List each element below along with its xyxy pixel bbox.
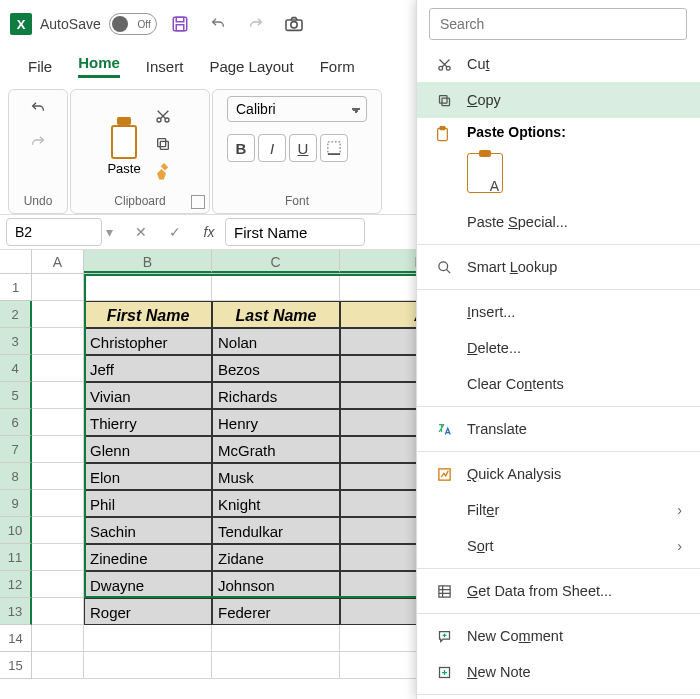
row-header[interactable]: 9 (0, 490, 32, 517)
cell[interactable]: Johnson (212, 571, 340, 598)
cell[interactable] (32, 301, 84, 328)
cell[interactable] (212, 652, 340, 679)
row-header[interactable]: 15 (0, 652, 32, 679)
ctx-paste-special[interactable]: Paste Special... (417, 204, 700, 240)
cell[interactable] (32, 625, 84, 652)
undo-icon[interactable] (203, 9, 233, 39)
italic-button[interactable]: I (258, 134, 286, 162)
ctx-cut[interactable]: Cut (417, 46, 700, 82)
fx-icon[interactable]: fx (197, 220, 221, 244)
cell[interactable]: Glenn (84, 436, 212, 463)
cell[interactable] (32, 463, 84, 490)
row-header[interactable]: 1 (0, 274, 32, 301)
cell[interactable] (32, 490, 84, 517)
underline-button[interactable]: U (289, 134, 317, 162)
tab-home[interactable]: Home (78, 54, 120, 78)
font-selector[interactable] (227, 96, 367, 122)
cell[interactable]: Roger (84, 598, 212, 625)
cell[interactable] (84, 274, 212, 301)
cell[interactable]: Vivian (84, 382, 212, 409)
tab-pagelayout[interactable]: Page Layout (209, 58, 293, 75)
cell[interactable] (32, 328, 84, 355)
cell[interactable] (32, 517, 84, 544)
cell[interactable]: Last Name (212, 301, 340, 328)
row-header[interactable]: 2 (0, 301, 32, 328)
save-icon[interactable] (165, 9, 195, 39)
accept-formula-icon[interactable]: ✓ (163, 220, 187, 244)
cell[interactable]: Knight (212, 490, 340, 517)
ctx-quick-analysis[interactable]: Quick Analysis (417, 456, 700, 492)
row-header[interactable]: 11 (0, 544, 32, 571)
formula-input[interactable] (225, 218, 365, 246)
camera-icon[interactable] (279, 9, 309, 39)
ctx-clear-contents[interactable]: Clear Contents (417, 366, 700, 402)
row-header[interactable]: 6 (0, 409, 32, 436)
copy-button[interactable] (150, 132, 176, 156)
select-all-corner[interactable] (0, 250, 32, 273)
context-search[interactable] (429, 8, 687, 40)
cell[interactable]: McGrath (212, 436, 340, 463)
ctx-smart-lookup[interactable]: Smart Lookup (417, 249, 700, 285)
bold-button[interactable]: B (227, 134, 255, 162)
redo-button[interactable] (25, 130, 51, 154)
ctx-translate[interactable]: Translate (417, 411, 700, 447)
row-header[interactable]: 4 (0, 355, 32, 382)
cell[interactable]: Thierry (84, 409, 212, 436)
row-header[interactable]: 13 (0, 598, 32, 625)
row-header[interactable]: 7 (0, 436, 32, 463)
cell[interactable]: Christopher (84, 328, 212, 355)
cell[interactable] (212, 274, 340, 301)
cell[interactable] (32, 409, 84, 436)
cell[interactable]: Zidane (212, 544, 340, 571)
cell[interactable]: Nolan (212, 328, 340, 355)
paste-option-default[interactable] (467, 153, 503, 193)
col-header-C[interactable]: C (212, 250, 340, 273)
ctx-delete[interactable]: Delete... (417, 330, 700, 366)
undo-button[interactable] (25, 96, 51, 120)
cell[interactable]: Sachin (84, 517, 212, 544)
ctx-filter[interactable]: Filter› (417, 492, 700, 528)
autosave-toggle[interactable]: Off (109, 13, 157, 35)
cut-button[interactable] (150, 104, 176, 128)
ctx-get-data[interactable]: Get Data from Sheet... (417, 573, 700, 609)
format-painter-button[interactable] (150, 160, 176, 184)
cell[interactable]: Henry (212, 409, 340, 436)
cell[interactable] (32, 544, 84, 571)
row-header[interactable]: 10 (0, 517, 32, 544)
cell[interactable] (32, 571, 84, 598)
cell[interactable]: Tendulkar (212, 517, 340, 544)
cell[interactable] (32, 598, 84, 625)
tab-formulas[interactable]: Form (320, 58, 355, 75)
cell[interactable]: Bezos (212, 355, 340, 382)
row-header[interactable]: 8 (0, 463, 32, 490)
clipboard-dialog-launcher[interactable] (191, 195, 205, 209)
cell[interactable]: Phil (84, 490, 212, 517)
row-header[interactable]: 3 (0, 328, 32, 355)
ctx-sort[interactable]: Sort› (417, 528, 700, 564)
border-button[interactable] (320, 134, 348, 162)
col-header-A[interactable]: A (32, 250, 84, 273)
ctx-new-comment[interactable]: New Comment (417, 618, 700, 654)
redo-icon[interactable] (241, 9, 271, 39)
ctx-new-note[interactable]: New Note (417, 654, 700, 690)
cell[interactable] (32, 652, 84, 679)
cell[interactable]: Jeff (84, 355, 212, 382)
cancel-formula-icon[interactable]: ✕ (129, 220, 153, 244)
tab-file[interactable]: File (28, 58, 52, 75)
cell[interactable]: First Name (84, 301, 212, 328)
cell[interactable] (32, 355, 84, 382)
cell[interactable] (84, 652, 212, 679)
paste-button[interactable]: Paste (104, 111, 144, 176)
cell[interactable] (212, 625, 340, 652)
cell[interactable]: Elon (84, 463, 212, 490)
ctx-insert[interactable]: Insert... (417, 294, 700, 330)
tab-insert[interactable]: Insert (146, 58, 184, 75)
cell[interactable]: Federer (212, 598, 340, 625)
cell[interactable]: Musk (212, 463, 340, 490)
cell[interactable]: Dwayne (84, 571, 212, 598)
ctx-copy[interactable]: Copy (417, 82, 700, 118)
cell[interactable] (32, 436, 84, 463)
name-box[interactable] (6, 218, 102, 246)
cell[interactable]: Richards (212, 382, 340, 409)
cell[interactable] (32, 274, 84, 301)
